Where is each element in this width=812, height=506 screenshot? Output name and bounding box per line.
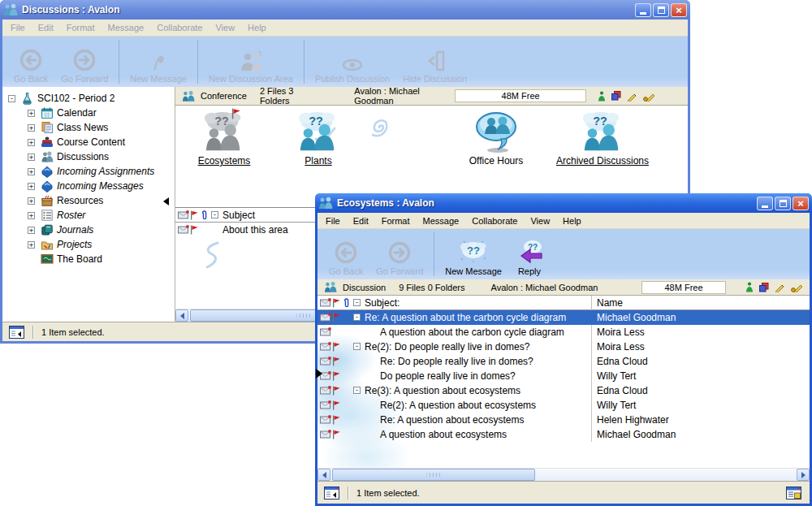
- tree-item-calendar[interactable]: +Calendar: [2, 106, 166, 120]
- maximize-button[interactable]: [775, 197, 791, 210]
- scroll-left-button[interactable]: [175, 309, 188, 322]
- conference-icon-archived-discussions[interactable]: ??Archived Discussions: [538, 110, 667, 167]
- horizontal-scrollbar[interactable]: [317, 468, 810, 481]
- minimize-button[interactable]: [635, 3, 651, 17]
- window-layout-icon[interactable]: [786, 487, 801, 500]
- online-user-icon[interactable]: [745, 282, 754, 292]
- menu-help[interactable]: Help: [556, 214, 588, 228]
- pane-splitter[interactable]: [166, 87, 175, 322]
- toolbar-go-forward-button[interactable]: Go Forward: [54, 40, 114, 84]
- message-row[interactable]: A question about ecosystemsMichael Goodm…: [317, 427, 810, 442]
- expand-box-icon[interactable]: +: [28, 139, 35, 146]
- moderate-icon[interactable]: [791, 282, 803, 292]
- menu-view[interactable]: View: [209, 20, 241, 35]
- toolbar-new-message-button[interactable]: New Message: [123, 40, 193, 84]
- maximize-button[interactable]: [653, 3, 669, 17]
- message-row[interactable]: -Re(3): A question about ecosystemsEdna …: [317, 383, 810, 398]
- toolbar-hide-discussion-button[interactable]: Hide Discussion: [396, 40, 473, 84]
- message-row[interactable]: A question about the carbon cycle diagra…: [317, 325, 810, 339]
- scrollbar-track[interactable]: [330, 469, 797, 481]
- collapse-pane-arrow-icon[interactable]: [316, 369, 322, 378]
- titlebar-ecosystems[interactable]: Ecosystems : Avalon ×: [315, 193, 812, 213]
- toolbar-new-message-button[interactable]: ??New Message: [438, 232, 508, 276]
- menu-file[interactable]: File: [4, 20, 32, 35]
- menu-file[interactable]: File: [319, 214, 347, 228]
- minimize-button[interactable]: [757, 197, 773, 210]
- online-user-icon[interactable]: [598, 91, 606, 102]
- menu-help[interactable]: Help: [241, 20, 273, 35]
- conference-icon-label: Ecosystems: [198, 155, 251, 167]
- conference-icon-office-hours[interactable]: Office Hours: [443, 110, 549, 167]
- expand-box-icon[interactable]: +: [28, 227, 35, 234]
- message-row[interactable]: Do people really live in domes?Willy Ter…: [317, 369, 810, 383]
- message-row[interactable]: -Re: A question about the carbon cycle d…: [317, 310, 810, 325]
- collapse-thread-box-icon[interactable]: -: [353, 387, 361, 394]
- menu-message[interactable]: Message: [102, 20, 151, 35]
- menu-message[interactable]: Message: [417, 214, 466, 228]
- permissions-icon[interactable]: [759, 283, 769, 292]
- tree-item-incoming-assignments[interactable]: +Incoming Assignments: [2, 164, 166, 179]
- message-row[interactable]: Re: Do people really live in domes?Edna …: [317, 354, 810, 369]
- tree-item-roster[interactable]: +Roster: [2, 208, 166, 223]
- conference-icon-plants[interactable]: ??Plants: [276, 110, 361, 167]
- toggle-panel-icon[interactable]: [324, 487, 339, 500]
- tree-item-the-board[interactable]: The Board: [2, 252, 166, 266]
- squiggle-doodle: [201, 240, 222, 271]
- expand-box-icon[interactable]: +: [28, 212, 35, 219]
- tree-item-incoming-messages[interactable]: +Incoming Messages: [2, 179, 166, 193]
- scroll-left-button[interactable]: [317, 469, 330, 481]
- envelope-icon: [320, 342, 331, 352]
- message-row[interactable]: Re(2): A question about ecosystemsWilly …: [317, 398, 810, 413]
- close-button[interactable]: ×: [793, 197, 809, 210]
- expand-box-icon[interactable]: +: [28, 241, 35, 249]
- collapse-pane-arrow-icon[interactable]: [163, 197, 169, 205]
- toolbar-new-discussion-area-button[interactable]: New Discussion Area: [202, 40, 300, 84]
- tree-item-projects[interactable]: +Projects: [2, 237, 166, 252]
- message-list-header[interactable]: - Subject: Name: [317, 296, 810, 310]
- tree-item-resources[interactable]: +Resources: [2, 193, 166, 208]
- expand-box-icon[interactable]: +: [28, 168, 35, 175]
- collapse-all-box-icon[interactable]: -: [211, 211, 218, 218]
- statusbar-divider: [32, 326, 33, 339]
- message-row[interactable]: Re: A question about ecosystemsHelen Hig…: [317, 413, 810, 427]
- name-column-header[interactable]: Name: [591, 296, 810, 310]
- expand-box-icon[interactable]: +: [28, 154, 35, 161]
- scrollbar-thumb[interactable]: [332, 469, 535, 481]
- moderate-icon[interactable]: [643, 91, 655, 102]
- toolbar-go-back-button[interactable]: Go Back: [7, 40, 54, 84]
- tree-item-journals[interactable]: +Journals: [2, 223, 166, 237]
- edit-icon[interactable]: [775, 282, 785, 292]
- toolbar-go-back-button[interactable]: Go Back: [322, 232, 369, 276]
- subject-cell: Re: A question about ecosystems: [317, 413, 591, 427]
- collapse-all-box-icon[interactable]: -: [353, 299, 361, 306]
- collapse-box-icon[interactable]: -: [8, 95, 15, 102]
- menu-edit[interactable]: Edit: [32, 20, 60, 35]
- collapse-thread-box-icon[interactable]: -: [353, 314, 361, 321]
- menu-view[interactable]: View: [524, 214, 556, 228]
- tree-item-class-news[interactable]: +Class News: [2, 120, 166, 135]
- collapse-thread-box-icon[interactable]: -: [353, 343, 361, 350]
- toolbar-publish-discussion-button[interactable]: Publish Discussion: [309, 40, 396, 84]
- tree-item-discussions[interactable]: +Discussions: [2, 149, 166, 164]
- titlebar-discussions[interactable]: Discussions : Avalon ×: [0, 0, 690, 19]
- toggle-panel-icon[interactable]: [9, 326, 24, 339]
- toolbar-reply-button[interactable]: ??Reply: [508, 232, 551, 276]
- toolbar-go-forward-button[interactable]: Go Forward: [369, 232, 430, 276]
- menu-collaborate[interactable]: Collaborate: [465, 214, 524, 228]
- expand-box-icon[interactable]: +: [28, 197, 35, 205]
- menu-format[interactable]: Format: [375, 214, 417, 228]
- menu-format[interactable]: Format: [60, 20, 102, 35]
- expand-box-icon[interactable]: +: [28, 183, 35, 190]
- conference-icon-ecosystems[interactable]: ??Ecosystems: [182, 110, 266, 167]
- message-row[interactable]: -Re(2): Do people really live in domes?M…: [317, 339, 810, 354]
- tree-item-course-content[interactable]: +Course Content: [2, 135, 166, 149]
- scroll-right-button[interactable]: [797, 469, 810, 481]
- expand-box-icon[interactable]: +: [28, 110, 35, 117]
- menu-collaborate[interactable]: Collaborate: [150, 20, 209, 35]
- edit-icon[interactable]: [627, 91, 637, 102]
- permissions-icon[interactable]: [611, 91, 621, 101]
- expand-box-icon[interactable]: +: [28, 124, 35, 132]
- menu-edit[interactable]: Edit: [347, 214, 375, 228]
- close-button[interactable]: ×: [671, 3, 687, 17]
- tree-item-sci102-period-2[interactable]: -SCI102 - Period 2: [2, 91, 166, 106]
